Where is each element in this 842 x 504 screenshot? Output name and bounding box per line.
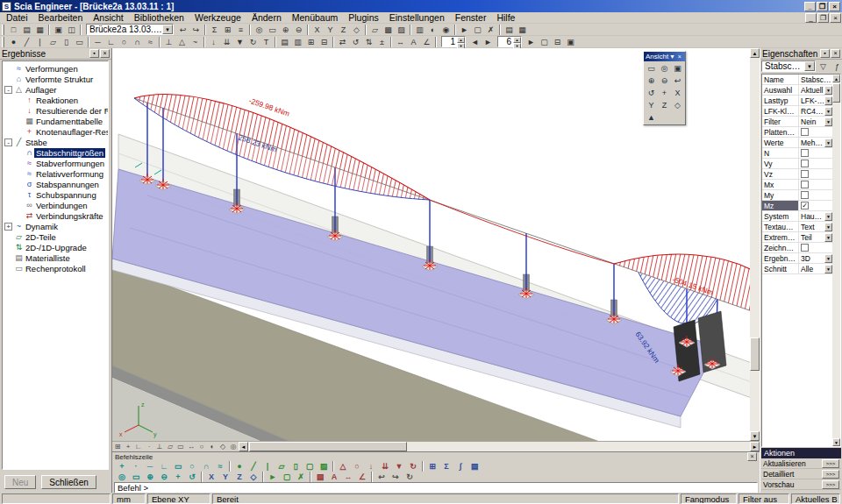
property-type-combo[interactable]: Stabschnittgrö ▼ [761,60,816,72]
scroll-down-icon[interactable]: ▼ [750,431,760,441]
viewport[interactable]: -259.98 kNm258.23 kNm-504.15 kNm63.92 kN… [112,48,760,493]
property-value[interactable]: Teil▼ [799,232,832,242]
ansicht-x-icon[interactable]: X [671,87,684,99]
property-value[interactable] [799,190,832,200]
checkbox-unchecked-icon[interactable] [801,181,809,188]
combo-arrow-icon[interactable]: ▼ [804,61,815,71]
tree-item-knotenauflager-resultierende[interactable]: +Knotenauflager-Resultierende [3,126,108,137]
tree-item-stabspannungen[interactable]: σStabspannungen [3,179,108,189]
massstab-icon[interactable]: ↔ [186,442,196,451]
berechnung-icon[interactable]: Σ [439,461,453,472]
orthogonal-icon[interactable]: ∟ [133,442,144,451]
property-value[interactable] [799,180,832,189]
measure-icon[interactable]: ∠ [420,36,433,47]
koordinaten-eingabe-icon[interactable]: + [115,461,129,472]
moment-load-icon[interactable]: ↻ [246,36,260,47]
drehen-icon[interactable]: ↺ [645,87,658,99]
pin-icon[interactable]: ▪ [89,49,99,58]
spring-support-icon[interactable]: ~ [189,36,202,47]
vorherige-ansicht-icon[interactable]: ↩ [671,75,684,87]
menu-bearbeiten[interactable]: Bearbeiten [33,12,89,23]
view-x-icon[interactable]: X [310,24,324,35]
rueckgaengig-icon[interactable]: ↩ [375,472,389,482]
tree-item-ver bindungskraefte[interactable]: ⇄Verbindungskräfte [3,210,108,221]
view-z-icon[interactable]: Z [337,24,350,35]
tree-item-staebe[interactable]: -╱Stäbe [3,137,108,147]
status-snap-mode[interactable]: Fangmodus [681,493,737,504]
tree-item-stabverformungen[interactable]: ≈Stabverformungen [3,158,108,168]
fang-icon[interactable]: + [123,442,133,451]
new-project-icon[interactable]: □ [7,24,20,35]
menu-menübaum[interactable]: Menübaum [287,12,344,23]
solver-setup-icon[interactable]: ≡ [234,24,247,35]
opening-icon[interactable]: ▭ [73,36,86,47]
picture-to-clipboard-icon[interactable]: ◫ [65,24,78,35]
perspektive-icon[interactable]: ◇ [218,442,228,451]
property-scrollbar[interactable]: ▲ ▼ [832,75,840,446]
action-button-aktualisieren[interactable]: >>> [822,459,839,468]
mirror-icon[interactable]: ⇅ [362,36,375,47]
zoom-in-icon[interactable]: ⊕ [279,24,292,35]
activity-icon[interactable]: ◐ [426,24,439,35]
circle-icon[interactable]: ○ [118,36,131,47]
auswahl-aufheben-icon[interactable]: ✗ [294,472,308,482]
property-value[interactable]: Aktuell▼ [799,85,832,95]
horizontal-scroll-thumb[interactable] [249,442,407,451]
pin-icon[interactable]: ▪ [820,49,830,58]
wall-icon[interactable]: ▯ [60,36,73,47]
checkbox-unchecked-icon[interactable] [801,149,809,157]
save-project-icon[interactable]: ▦ [33,24,46,35]
arc-icon[interactable]: ∩ [131,36,144,47]
property-value[interactable]: Text▼ [799,222,832,231]
beschriftung-icon[interactable]: A [327,472,341,482]
oeffnung-icon[interactable]: ▢ [303,461,317,472]
scale-icon[interactable]: ± [375,36,389,47]
dropdown-arrow-icon[interactable]: ▼ [824,254,832,263]
visibility-icon[interactable]: ◉ [439,24,453,35]
text-label-icon[interactable]: A [407,36,420,47]
fixed-support-icon[interactable]: ⊥ [162,36,175,47]
tree-item-reaktionen[interactable]: ↑Reaktionen [3,95,108,105]
ansicht-z-icon[interactable]: Z [658,99,671,111]
named-selection-icon[interactable]: ▤ [503,24,516,35]
kreis-icon[interactable]: ○ [185,461,199,472]
property-row-lfk-klasse[interactable]: LFK-KlasseRC4 NL2▼ [762,106,832,117]
node-icon[interactable]: ● [7,36,20,47]
section-plane-icon[interactable]: ⊟ [551,36,564,47]
drehen-icon[interactable]: ↺ [185,472,199,482]
checkbox-unchecked-icon[interactable] [801,160,809,167]
property-row-name[interactable]: NameStabschnittg [762,75,832,85]
dropdown-arrow-icon[interactable]: ▼ [824,212,832,221]
select-box-icon[interactable]: ▢ [471,24,484,35]
zoom-plus-icon[interactable]: ⊕ [143,472,157,482]
redo-icon[interactable]: ↪ [189,24,203,35]
linie-icon[interactable]: ─ [143,461,157,472]
licht-icon[interactable]: ○ [196,442,207,451]
property-row-my[interactable]: My [762,190,832,201]
tree-item-resultierende-der-reaktionen[interactable]: ↓Resultierende der Reaktionen [3,105,108,116]
property-row-zeichnen-ein-[interactable]: Zeichnen ein... [762,243,832,253]
spinner-arrows-icon[interactable]: ▲▼ [513,37,521,46]
property-row-plattenartiger-[interactable]: Plattenartiger... [762,127,832,138]
verschieben-icon[interactable]: + [658,87,671,99]
dropdown-arrow-icon[interactable]: ▼ [824,265,832,273]
spline-icon[interactable]: ≈ [144,36,157,47]
eigenschaften-anzeigen-icon[interactable]: ▤ [313,472,327,482]
viewport-horizontal-scrollbar[interactable]: ◄ ► [239,442,760,451]
knoten-icon[interactable]: ● [232,461,246,472]
gelenk-icon[interactable]: ○ [350,461,364,472]
dropdown-arrow-icon[interactable]: ▼ [824,86,832,95]
zoom-fenster-icon[interactable]: ▭ [129,472,143,482]
flaechenlast-icon[interactable]: ▼ [392,461,406,472]
ergebnisse-icon[interactable]: ∫ [453,461,467,472]
combo-arrow-icon[interactable]: ▼ [162,25,173,34]
rendered-view-icon[interactable]: ▩ [382,24,395,35]
menu-datei[interactable]: Datei [1,12,33,23]
checkbox-checked-icon[interactable]: ✓ [801,202,809,209]
property-row-extremwerte[interactable]: ExtremwerteTeil▼ [762,232,832,243]
property-value[interactable] [799,127,832,137]
zoom-out-icon[interactable]: ⊖ [292,24,305,35]
dropdown-arrow-icon[interactable]: ▼ [824,223,832,231]
table-editor-icon[interactable]: ▦ [516,24,529,35]
scroll-down-icon[interactable]: ▼ [832,438,840,446]
